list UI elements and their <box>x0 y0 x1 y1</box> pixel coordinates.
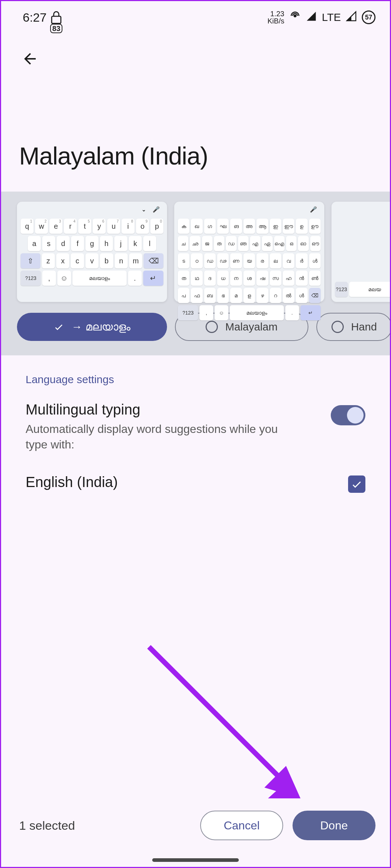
setting-description: Automatically display word suggestions w… <box>26 421 278 452</box>
section-header: Language settings <box>26 373 365 386</box>
setting-title: Multilingual typing <box>26 402 278 418</box>
layout-chip-transliteration[interactable]: → മലയാളം <box>17 313 167 341</box>
annotation-arrow <box>142 640 315 809</box>
layout-chip-label: Malayalam <box>225 321 277 333</box>
radio-icon <box>331 321 344 333</box>
svg-line-1 <box>149 647 282 780</box>
bottom-action-bar: 1 selected Cancel Done <box>1 806 390 845</box>
layout-chip-handwriting[interactable]: Hand <box>316 313 390 341</box>
back-button[interactable] <box>19 48 41 70</box>
keyboard-preview-malayalam[interactable]: 🎤 കഖഗഘങഅആഇഈഉഊ ചഛജതഡഞഎഏഐഒഓഔ ടഠഡഢണയരലവർൾ ത… <box>174 202 324 302</box>
status-bar: 6:27 83 1.23 KiB/s LTE 57 <box>1 1 390 34</box>
data-rate: 1.23 KiB/s <box>268 10 285 25</box>
language-english-row[interactable]: English (India) <box>26 474 365 494</box>
language-checkbox[interactable] <box>348 475 365 493</box>
multilingual-toggle[interactable] <box>331 405 365 425</box>
multilingual-typing-row[interactable]: Multilingual typing Automatically displa… <box>26 402 365 452</box>
keyboard-preview-handwriting[interactable]: ?123മലയ <box>331 202 390 302</box>
cancel-button[interactable]: Cancel <box>200 811 283 840</box>
check-icon <box>351 478 363 490</box>
layout-chip-label: → മലയാളം <box>71 321 130 333</box>
selected-count: 1 selected <box>19 819 75 833</box>
lock-icon: 83 <box>50 10 62 25</box>
keyboard-preview-transliteration[interactable]: ⌄ 🎤 qwertyuiop asdfghjkl ⇧zxcvbnm⌫ ?123,… <box>17 202 167 302</box>
chevron-down-icon: ⌄ <box>141 206 146 213</box>
page-title: Malayalam (India) <box>19 142 372 170</box>
battery-icon: 57 <box>362 10 375 24</box>
gesture-nav-handle[interactable] <box>152 858 239 862</box>
mic-icon: 🎤 <box>310 206 317 213</box>
status-time: 6:27 <box>23 10 47 25</box>
signal-icon <box>306 10 317 25</box>
signal-icon-2 <box>346 10 357 25</box>
check-icon <box>53 321 64 333</box>
language-name: English (India) <box>26 474 118 490</box>
layout-carousel[interactable]: ⌄ 🎤 qwertyuiop asdfghjkl ⇧zxcvbnm⌫ ?123,… <box>1 192 390 355</box>
radio-icon <box>206 321 218 333</box>
svg-point-0 <box>294 14 296 17</box>
svg-marker-2 <box>264 766 300 798</box>
lte-label: LTE <box>322 11 341 23</box>
layout-chip-label: Hand <box>351 321 377 333</box>
mic-icon: 🎤 <box>153 206 160 213</box>
done-button[interactable]: Done <box>293 811 375 840</box>
hotspot-icon <box>289 10 301 25</box>
